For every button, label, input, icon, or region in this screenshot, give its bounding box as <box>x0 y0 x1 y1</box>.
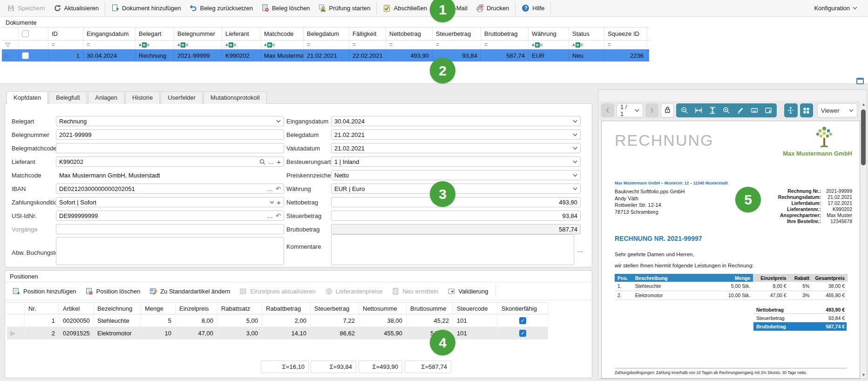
waehrung-select[interactable] <box>331 184 581 194</box>
chevron-down-icon[interactable] <box>573 187 577 190</box>
column-header-bruttobetrag[interactable]: Bruttobetrag <box>481 27 529 40</box>
chevron-down-icon[interactable] <box>573 133 577 136</box>
zahlungskondition-input[interactable] <box>59 199 267 206</box>
text-select-icon[interactable] <box>784 103 797 117</box>
pos-column-rabattsatz[interactable]: Rabattsatz <box>217 303 262 314</box>
vorgaenge-field[interactable] <box>56 224 284 234</box>
ust-idnr-input[interactable] <box>59 212 264 219</box>
besteuerungsart-select[interactable] <box>331 156 581 167</box>
pos2-nettosumme[interactable]: 455,90 <box>359 327 407 340</box>
filter-eingangsdatum[interactable]: = <box>83 41 136 49</box>
fit-height-icon[interactable] <box>706 104 719 116</box>
filter-lieferant[interactable]: ABC <box>222 41 261 49</box>
pos1-nettosumme[interactable]: 38,00 <box>359 314 407 327</box>
konfiguration-menu[interactable]: Konfiguration <box>810 1 861 15</box>
column-header-status[interactable]: Status <box>569 27 604 40</box>
row-cell-matchcode[interactable]: Max Musterma... <box>261 49 304 61</box>
belegnummer-field[interactable] <box>56 129 284 140</box>
row-cell-eingangsdatum[interactable]: 30.04.2024 <box>83 49 136 61</box>
column-header-faelligkeit[interactable]: Fälligkeit <box>349 27 386 40</box>
row-cell-faelligkeit[interactable]: 22.02.2021 <box>349 49 386 61</box>
pos-column-bruttosumme[interactable]: Bruttosumme <box>407 303 453 314</box>
steuerbetrag-field[interactable] <box>331 211 581 221</box>
pos2-steuercode[interactable]: 101 <box>453 327 498 340</box>
pos-column-steuercode[interactable]: Steuercode <box>453 303 498 314</box>
pos-column-artikel[interactable]: Artikel <box>59 303 94 314</box>
pos2-rabattbetrag[interactable]: 14,10 <box>262 327 311 340</box>
preiskennzeichen-input[interactable] <box>334 172 570 179</box>
select-all-checkbox[interactable] <box>19 27 48 40</box>
ellipsis-button[interactable]: … <box>267 186 273 192</box>
column-header-eingangsdatum[interactable]: Eingangsdatum <box>83 27 136 40</box>
filter-belegart[interactable]: ABC <box>136 41 174 49</box>
position-delete-button[interactable]: Position löschen <box>81 286 144 297</box>
ellipsis-button[interactable]: … <box>268 159 274 165</box>
row-cell-status[interactable]: Neu <box>569 49 604 61</box>
eingangsdatum-input[interactable] <box>334 118 570 125</box>
filter-bruttobetrag[interactable]: = <box>481 41 529 49</box>
row-cell-belegnummer[interactable]: 2021-99999 <box>174 49 222 61</box>
pos-column-rabattbetrag[interactable]: Rabattbetrag <box>262 303 311 314</box>
tab-mutationsprotokoll[interactable]: Mutationsprotokoll <box>203 91 267 104</box>
pos1-steuercode[interactable]: 101 <box>453 314 498 327</box>
pos-expand-cell[interactable]: ▷ <box>7 327 25 340</box>
iban-input[interactable] <box>59 185 264 192</box>
add-document-button[interactable]: Dokument hinzufügen <box>107 1 185 15</box>
viewer-scrollbar[interactable]: ▲ ▼ <box>860 101 867 379</box>
start-check-button[interactable]: Prüfung starten <box>314 1 375 15</box>
finalize-button[interactable]: Abschließen <box>379 1 431 15</box>
save-button[interactable]: Speichern <box>3 1 49 15</box>
row-checkbox[interactable] <box>19 49 48 61</box>
belegdatum-select[interactable] <box>331 129 581 140</box>
valutadatum-select[interactable] <box>331 143 581 153</box>
neu-ermitteln-button[interactable]: Neu ermitteln <box>388 286 442 297</box>
column-header-matchcode[interactable]: Matchcode <box>261 27 304 40</box>
lock-button[interactable] <box>661 103 674 117</box>
reset-document-button[interactable]: Beleg zurücksetzen <box>185 1 257 15</box>
undo-icon[interactable]: ↶ <box>276 213 281 219</box>
print-button[interactable]: PDF Drucken <box>472 1 513 15</box>
maximize-icon[interactable] <box>856 78 864 84</box>
pos1-menge[interactable]: 5 <box>141 314 176 327</box>
pos2-skontierfaehig-checkbox[interactable]: ✓ <box>498 327 548 340</box>
chevron-down-icon[interactable] <box>276 120 281 123</box>
pos2-einzelpreis[interactable]: 47,00 <box>176 327 217 340</box>
standardartikel-button[interactable]: Zu Standardartikel ändern <box>146 286 234 297</box>
chevron-down-icon[interactable] <box>573 174 577 177</box>
grid-view-icon[interactable] <box>800 103 813 117</box>
column-header-belegdatum[interactable]: Belegdatum <box>304 27 349 40</box>
viewer-mode-dropdown[interactable]: Viewer <box>817 103 857 117</box>
pos2-bezeichnung[interactable]: Elektromotor <box>94 327 141 340</box>
kommentare-ellipsis-button[interactable]: … <box>575 245 585 255</box>
belegart-select[interactable] <box>56 116 284 126</box>
pos2-menge[interactable]: 10 <box>141 327 176 340</box>
lieferant-field[interactable]: … + <box>56 156 284 167</box>
pos1-rabattsatz[interactable]: 5,00 <box>217 314 262 327</box>
pos2-rabattsatz[interactable]: 3,00 <box>217 327 262 340</box>
refresh-button[interactable]: Aktualisieren <box>49 1 103 15</box>
column-header-belegnummer[interactable]: Belegnummer <box>174 27 222 40</box>
tab-userfelder[interactable]: Userfelder <box>161 91 203 104</box>
tab-historie[interactable]: Historie <box>125 91 160 104</box>
column-header-nettobetrag[interactable]: Nettobetrag <box>386 27 433 40</box>
ellipsis-button[interactable]: … <box>267 213 273 219</box>
export-page-icon[interactable] <box>762 104 775 116</box>
row-expand-arrow[interactable]: ▷ <box>2 49 19 61</box>
position-row-1[interactable]: 1 00200050 Stehleuchte 5 8,00 5,00 2,00 … <box>7 314 548 327</box>
row-cell-belegdatum[interactable]: 21.02.2021 <box>304 49 349 61</box>
pos1-skontierfaehig-checkbox[interactable]: ✓ <box>498 314 548 327</box>
scrollbar-thumb[interactable] <box>861 109 866 165</box>
prev-page-button[interactable] <box>601 103 614 117</box>
einzelpreis-aktualisieren-button[interactable]: Einzelpreis aktualisieren <box>236 286 319 297</box>
belegmatchcode-input[interactable] <box>59 145 281 152</box>
fit-width-icon[interactable] <box>692 104 705 116</box>
filter-funnel-icon[interactable] <box>2 41 19 49</box>
column-header-steuerbetrag[interactable]: Steuerbetrag <box>433 27 481 40</box>
preiskennzeichen-select[interactable] <box>331 170 581 180</box>
pos-column-einzelpreis[interactable]: Einzelpreis <box>176 303 217 314</box>
besteuerungsart-input[interactable] <box>334 158 570 165</box>
filter-waehrung[interactable]: ABC <box>529 41 569 49</box>
filter-faelligkeit[interactable]: = <box>349 41 386 49</box>
chevron-down-icon[interactable] <box>270 201 274 204</box>
row-cell-belegart[interactable]: Rechnung <box>136 49 174 61</box>
